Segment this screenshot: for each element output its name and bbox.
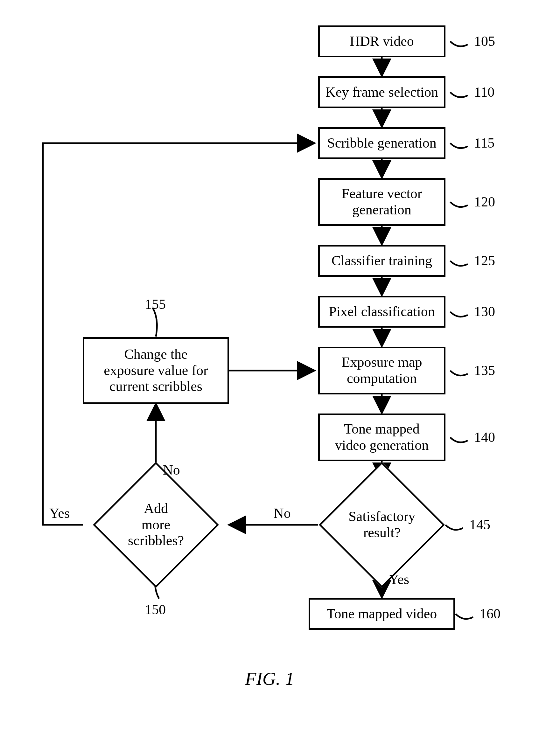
ref-num-110: 110 (474, 85, 494, 99)
ref-num-105: 105 (474, 34, 495, 48)
figure-1-flowchart: HDR video Key frame selection Scribble g… (0, 0, 560, 737)
edge-label-145-no: No (274, 506, 291, 520)
node-label: Satisfactory result? (348, 509, 415, 540)
node-key-frame-selection: Key frame selection (318, 76, 445, 108)
node-label: Key frame selection (325, 84, 438, 101)
node-tone-mapped-gen: Tone mapped video generation (318, 413, 445, 461)
node-scribble-generation: Scribble generation (318, 127, 445, 159)
node-tone-mapped-video: Tone mapped video (309, 598, 455, 630)
ref-num-150: 150 (145, 603, 166, 617)
node-hdr-video: HDR video (318, 25, 445, 57)
ref-num-125: 125 (474, 254, 495, 268)
node-feature-vector: Feature vector generation (318, 178, 445, 226)
node-label: Add more scribbles? (128, 501, 184, 548)
node-label: HDR video (350, 33, 414, 50)
ref-num-140: 140 (474, 430, 495, 444)
node-label: Feature vector generation (342, 186, 422, 218)
edge-label-145-yes: Yes (389, 572, 409, 586)
ref-num-130: 130 (474, 305, 495, 319)
node-change-exposure-value: Change the exposure value for current sc… (83, 337, 229, 404)
ref-num-115: 115 (474, 136, 494, 150)
ref-num-160: 160 (479, 607, 501, 621)
edge-label-150-yes: Yes (49, 506, 70, 520)
ref-num-120: 120 (474, 195, 495, 209)
node-label: Scribble generation (327, 135, 436, 151)
node-label: Change the exposure value for current sc… (104, 347, 208, 395)
ref-num-135: 135 (474, 364, 495, 377)
node-label: Tone mapped video generation (335, 421, 429, 453)
node-label: Tone mapped video (327, 606, 437, 622)
node-label: Classifier training (332, 253, 432, 269)
node-exposure-map: Exposure map computation (318, 347, 445, 394)
node-classifier-training: Classifier training (318, 245, 445, 277)
node-pixel-classification: Pixel classification (318, 296, 445, 328)
figure-caption: FIG. 1 (245, 668, 294, 689)
node-satisfactory-result: Satisfactory result? (319, 462, 445, 588)
edge-label-150-no: No (163, 463, 180, 477)
ref-num-145: 145 (469, 518, 490, 532)
node-label: Exposure map computation (342, 355, 422, 386)
node-add-more-scribbles: Add more scribbles? (93, 462, 219, 588)
node-label: Pixel classification (329, 304, 435, 320)
ref-num-155: 155 (145, 298, 166, 312)
